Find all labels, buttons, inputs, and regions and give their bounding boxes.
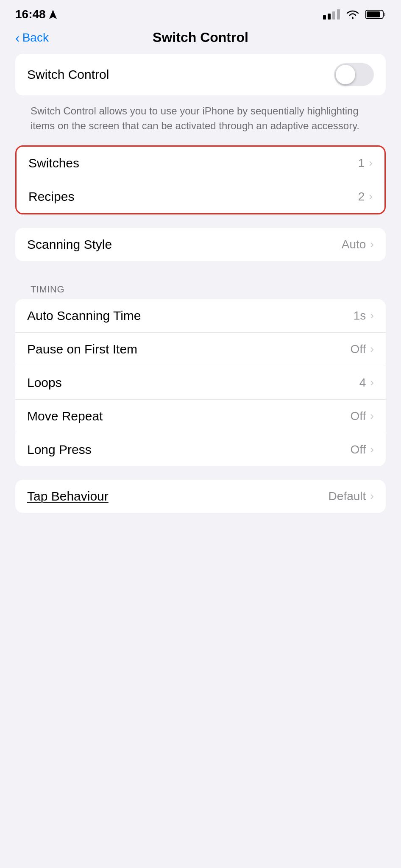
timing-section-header: TIMING <box>15 275 386 299</box>
move-repeat-right: Off › <box>350 409 374 423</box>
nav-header: ‹ Back Switch Control <box>0 25 401 54</box>
pause-first-item-chevron-icon: › <box>370 342 374 356</box>
tap-behaviour-card: Tap Behaviour Default › <box>15 480 386 513</box>
svg-rect-6 <box>384 13 385 16</box>
recipes-label: Recipes <box>28 189 74 204</box>
switch-control-card: Switch Control <box>15 54 386 95</box>
battery-icon <box>365 9 386 19</box>
loops-row[interactable]: Loops 4 › <box>15 366 386 399</box>
wifi-icon <box>345 9 360 20</box>
switches-label: Switches <box>28 156 79 170</box>
auto-scanning-time-row[interactable]: Auto Scanning Time 1s › <box>15 299 386 332</box>
long-press-chevron-icon: › <box>370 443 374 456</box>
back-label: Back <box>22 31 49 45</box>
location-icon <box>49 10 57 19</box>
loops-right: 4 › <box>359 376 374 389</box>
status-bar: 16:48 <box>0 0 401 25</box>
svg-rect-1 <box>328 14 331 19</box>
move-repeat-row[interactable]: Move Repeat Off › <box>15 399 386 433</box>
move-repeat-label: Move Repeat <box>27 409 103 423</box>
svg-point-4 <box>352 17 354 19</box>
scanning-style-right: Auto › <box>342 238 374 251</box>
page-title: Switch Control <box>153 30 248 45</box>
switches-right: 1 › <box>358 156 373 170</box>
pause-first-item-right: Off › <box>350 342 374 356</box>
svg-rect-3 <box>337 9 340 19</box>
timing-card: Auto Scanning Time 1s › Pause on First I… <box>15 299 386 466</box>
scanning-style-card: Scanning Style Auto › <box>15 228 386 261</box>
back-button[interactable]: ‹ Back <box>15 31 49 45</box>
switch-control-label: Switch Control <box>27 67 109 82</box>
switch-control-row: Switch Control <box>15 54 386 95</box>
switches-chevron-icon: › <box>369 156 373 170</box>
pause-first-item-row[interactable]: Pause on First Item Off › <box>15 332 386 366</box>
switch-control-description: Switch Control allows you to use your iP… <box>15 100 386 145</box>
tap-behaviour-right: Default › <box>329 490 374 503</box>
signal-icon <box>323 9 340 19</box>
long-press-right: Off › <box>350 443 374 456</box>
loops-chevron-icon: › <box>370 376 374 389</box>
status-icons <box>323 9 386 20</box>
scanning-style-value: Auto <box>342 238 366 251</box>
scanning-style-label: Scanning Style <box>27 237 112 252</box>
tap-behaviour-chevron-icon: › <box>370 490 374 503</box>
recipes-value: 2 <box>358 190 365 203</box>
switches-value: 1 <box>358 156 365 170</box>
long-press-label: Long Press <box>27 442 92 457</box>
toggle-knob <box>336 65 355 84</box>
back-chevron-icon: ‹ <box>15 31 20 45</box>
tap-behaviour-underlined-text: Tap Behaviour <box>27 489 109 503</box>
auto-scanning-time-label: Auto Scanning Time <box>27 309 141 323</box>
spacer-3 <box>15 470 386 480</box>
long-press-value: Off <box>350 443 366 456</box>
auto-scanning-time-right: 1s › <box>354 309 374 323</box>
auto-scanning-time-chevron-icon: › <box>370 309 374 322</box>
loops-label: Loops <box>27 376 62 390</box>
recipes-right: 2 › <box>358 190 373 203</box>
switch-control-toggle[interactable] <box>334 63 374 86</box>
move-repeat-value: Off <box>350 409 366 423</box>
svg-rect-2 <box>332 11 335 19</box>
time-display: 16:48 <box>15 8 46 21</box>
pause-first-item-label: Pause on First Item <box>27 342 137 356</box>
svg-rect-0 <box>323 15 326 19</box>
auto-scanning-time-value: 1s <box>354 309 366 323</box>
switches-recipes-card: Switches 1 › Recipes 2 › <box>15 145 386 214</box>
recipes-row[interactable]: Recipes 2 › <box>17 180 384 213</box>
pause-first-item-value: Off <box>350 342 366 356</box>
tap-behaviour-label: Tap Behaviour <box>27 489 109 504</box>
tap-behaviour-value: Default <box>329 490 366 503</box>
move-repeat-chevron-icon: › <box>370 409 374 423</box>
switches-row[interactable]: Switches 1 › <box>17 147 384 180</box>
scanning-style-row[interactable]: Scanning Style Auto › <box>15 228 386 261</box>
recipes-chevron-icon: › <box>369 190 373 203</box>
svg-rect-7 <box>367 11 380 17</box>
content: Switch Control Switch Control allows you… <box>0 54 401 513</box>
status-time: 16:48 <box>15 8 57 21</box>
spacer-2 <box>15 265 386 275</box>
scanning-style-chevron-icon: › <box>370 238 374 251</box>
tap-behaviour-row[interactable]: Tap Behaviour Default › <box>15 480 386 513</box>
loops-value: 4 <box>359 376 366 389</box>
long-press-row[interactable]: Long Press Off › <box>15 433 386 466</box>
spacer-1 <box>15 219 386 228</box>
